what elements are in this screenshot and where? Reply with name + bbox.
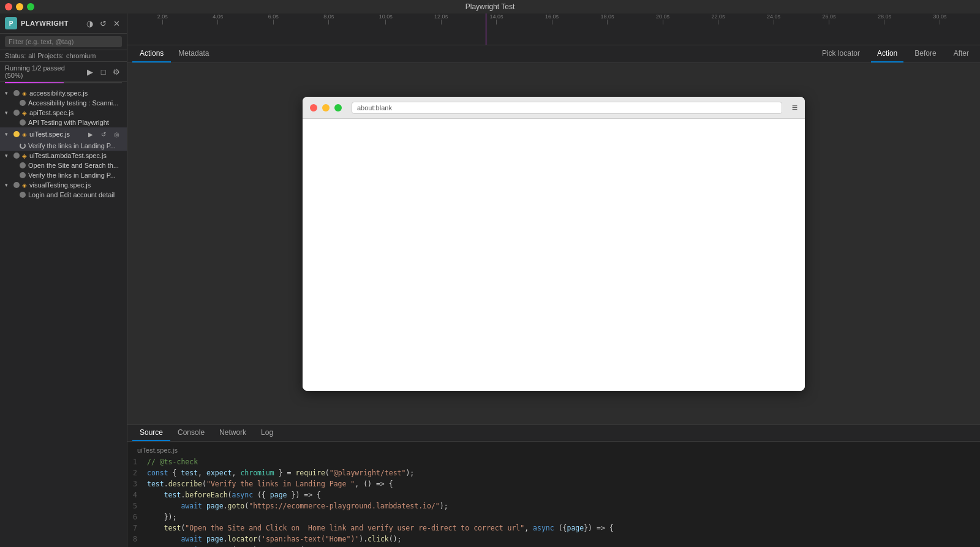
list-item[interactable]: Open the Site and Serach th... (0, 160, 127, 170)
bottom-panel: Source Console Network Log uiTest.spec.j… (127, 424, 980, 547)
browser-max-dot[interactable] (334, 104, 342, 111)
spinner-icon (20, 143, 26, 149)
panel-tabs: Actions Metadata Pick locator Action Bef… (127, 45, 980, 63)
progress-bar-container (5, 82, 122, 83)
tab-before[interactable]: Before (908, 45, 942, 62)
chevron-icon: ▾ (5, 131, 11, 137)
test-label: Login and Edit account detail (28, 191, 115, 198)
tab-network[interactable]: Network (212, 425, 254, 441)
progress-bar-fill (5, 82, 64, 83)
settings-icon[interactable]: ⚙ (111, 66, 122, 77)
test-label: API Testing with Playwright (28, 119, 109, 126)
code-line: 9 await expect(page).toHaveURL( (127, 545, 980, 547)
list-item[interactable]: Accessibility testing : Scanni... (0, 98, 127, 108)
code-line: 6 }); (127, 511, 980, 522)
tree-group-header-api[interactable]: ▾ ◈ apiTest.spec.js (0, 108, 127, 118)
browser-menu-icon[interactable]: ≡ (792, 102, 797, 113)
refresh-icon[interactable]: ↺ (97, 18, 108, 29)
list-item[interactable]: Verify the links in Landing P... (0, 170, 127, 180)
play-row-icon[interactable]: ▶ (85, 129, 96, 140)
main-content: 2.0s 4.0s 6.0s 8.0s 10.0s 12.0s 14.0s 16… (127, 13, 980, 547)
list-item[interactable]: API Testing with Playwright (0, 118, 127, 127)
file-icon: ◈ (22, 153, 27, 159)
file-name: visualTesting.spec.js (29, 181, 91, 189)
window-controls[interactable] (5, 3, 34, 10)
tab-actions[interactable]: Actions (132, 45, 171, 62)
title-bar: Playwright Test (0, 0, 980, 13)
code-line: 5 await page.goto("https://ecommerce-pla… (127, 500, 980, 511)
browser-body (303, 119, 805, 391)
timeline-cursor (486, 13, 486, 45)
code-line: 7 test("Open the Site and Click on Home … (127, 522, 980, 534)
tree-group-header-visual[interactable]: ▾ ◈ visualTesting.spec.js (0, 180, 127, 190)
maximize-button[interactable] (27, 3, 34, 10)
test-label: Open the Site and Serach th... (28, 162, 119, 169)
status-dot (13, 90, 20, 96)
tree-group-visual: ▾ ◈ visualTesting.spec.js Login and Edit… (0, 180, 127, 200)
tree-group-api: ▾ ◈ apiTest.spec.js API Testing with Pla… (0, 108, 127, 127)
panel-sub-tabs: Pick locator Action Before After (816, 45, 975, 62)
status-dot (13, 131, 20, 137)
tree-group-header-lambda[interactable]: ▾ ◈ uiTestLambdaTest.spec.js (0, 151, 127, 160)
tab-source[interactable]: Source (132, 425, 170, 441)
tree-group-header-ui[interactable]: ▾ ◈ uiTest.spec.js ▶ ↺ ◎ (0, 127, 127, 141)
status-dot (13, 110, 20, 116)
tree-group-ui: ▾ ◈ uiTest.spec.js ▶ ↺ ◎ Verify the link… (0, 127, 127, 151)
sidebar-header: P PLAYWRIGHT ◑ ↺ ✕ (0, 13, 127, 34)
sidebar: P PLAYWRIGHT ◑ ↺ ✕ Status: all Projects:… (0, 13, 127, 547)
window-title: Playwright Test (466, 2, 514, 11)
filter-area (0, 34, 127, 50)
tab-console[interactable]: Console (170, 425, 212, 441)
minimize-button[interactable] (16, 3, 23, 10)
row-actions: ▶ ↺ ◎ (85, 129, 122, 140)
tab-pick-locator[interactable]: Pick locator (816, 45, 866, 62)
code-lines: 1// @ts-check2const { test, expect, chro… (127, 456, 980, 547)
tab-metadata[interactable]: Metadata (171, 45, 216, 62)
theme-toggle-icon[interactable]: ◑ (84, 18, 95, 29)
run-icon[interactable]: ▶ (85, 66, 96, 77)
browser-min-dot[interactable] (322, 104, 330, 111)
browser-preview: about:blank ≡ (127, 63, 980, 424)
list-item[interactable]: Login and Edit account detail (0, 190, 127, 200)
tree-group-header-accessibility[interactable]: ▾ ◈ accessibility.spec.js (0, 88, 127, 98)
tab-action[interactable]: Action (871, 45, 903, 62)
running-label: Running 1/2 passed (50%) (5, 64, 83, 79)
bottom-tabs: Source Console Network Log (127, 425, 980, 442)
filter-input[interactable] (5, 36, 122, 47)
browser-url-bar[interactable]: about:blank (352, 102, 782, 114)
tab-log[interactable]: Log (254, 425, 281, 441)
status-dot (20, 192, 26, 198)
file-icon: ◈ (22, 131, 27, 138)
repeat-icon[interactable]: ↺ (98, 129, 109, 140)
run-controls: Running 1/2 passed (50%) ▶ □ ⚙ (0, 62, 127, 82)
close-button[interactable] (5, 3, 12, 10)
app-body: P PLAYWRIGHT ◑ ↺ ✕ Status: all Projects:… (0, 13, 980, 547)
code-filename: uiTest.spec.js (127, 444, 980, 456)
chevron-icon: ▾ (5, 110, 11, 116)
browser-window: about:blank ≡ (303, 97, 805, 391)
status-dot (20, 100, 26, 106)
list-item[interactable]: Verify the links in Landing P... (0, 141, 127, 151)
projects-value: chromium (66, 52, 96, 59)
code-line: 1// @ts-check (127, 456, 980, 467)
tree-area: ▾ ◈ accessibility.spec.js Accessibility … (0, 86, 127, 547)
timeline-ruler: 2.0s 4.0s 6.0s 8.0s 10.0s 12.0s 14.0s 16… (127, 13, 980, 45)
status-dot (20, 162, 26, 168)
file-name: accessibility.spec.js (29, 89, 88, 97)
test-label: Accessibility testing : Scanni... (28, 99, 118, 107)
eye-icon[interactable]: ◎ (111, 129, 122, 140)
action-panel: Actions Metadata Pick locator Action Bef… (127, 45, 980, 424)
tab-after[interactable]: After (948, 45, 975, 62)
playwright-title: PLAYWRIGHT (21, 20, 69, 27)
browser-close-dot[interactable] (310, 104, 317, 111)
file-icon: ◈ (22, 182, 27, 189)
code-line: 4 test.beforeEach(async ({ page }) => { (127, 489, 980, 500)
header-icons: ◑ ↺ ✕ (84, 18, 122, 29)
cancel-icon[interactable]: ✕ (111, 18, 122, 29)
test-label: Verify the links in Landing P... (28, 142, 116, 149)
stop-icon[interactable]: □ (98, 66, 108, 77)
projects-label: Projects: (37, 52, 64, 59)
test-label: Verify the links in Landing P... (28, 172, 116, 179)
tree-group-accessibility: ▾ ◈ accessibility.spec.js Accessibility … (0, 88, 127, 108)
file-icon: ◈ (22, 90, 27, 97)
